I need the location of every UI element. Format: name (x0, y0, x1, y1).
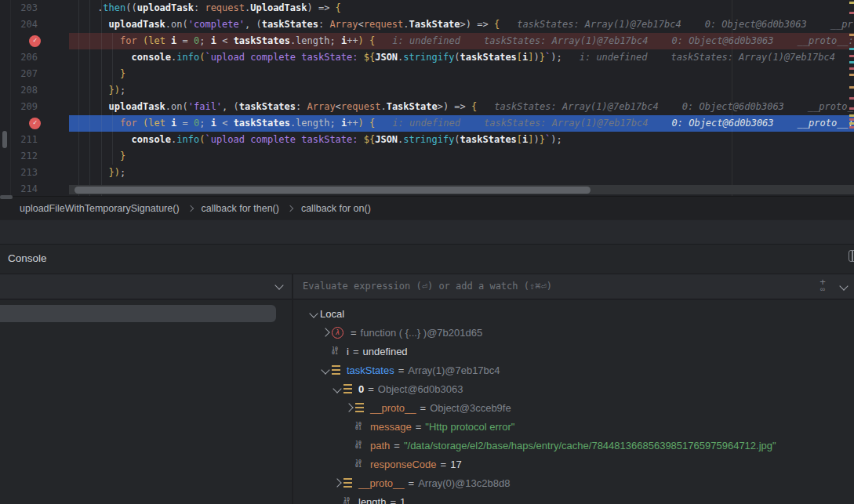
editor-line[interactable]: 212 } (0, 148, 854, 165)
frame-list-selected-row[interactable] (0, 305, 276, 322)
breadcrumb-separator-icon (187, 205, 193, 211)
variable-row[interactable]: taskStates=Array(1)@7eb17bc4 (293, 361, 854, 379)
line-number[interactable]: 209 (0, 99, 38, 115)
object-variable-icon (343, 478, 352, 488)
variable-value: 17 (450, 459, 461, 470)
variable-row[interactable]: λ=function ( {...} )@7b201d65 (293, 323, 854, 342)
chevron-down-icon[interactable] (321, 365, 329, 374)
editor-line[interactable]: 204 uploadTask.on('complete', (taskState… (0, 16, 854, 33)
variable-row[interactable]: 1001i=undefined (293, 342, 854, 361)
breadcrumb-item[interactable]: callback for on() (301, 203, 371, 214)
debugger-inline-hint: __proto__: (798, 35, 854, 46)
editor-code-line[interactable]: }); (69, 82, 854, 99)
error-stripe-mark[interactable] (849, 48, 854, 50)
editor-code-line[interactable]: for (let i = 0; i < taskStates.length; i… (69, 33, 854, 49)
line-number[interactable]: 212 (0, 148, 38, 165)
editor-code-line[interactable]: }); (69, 165, 854, 181)
variable-row[interactable]: 1001message="Http protocol error" (293, 417, 854, 436)
line-number[interactable]: 204 (0, 16, 38, 33)
chevron-right-icon[interactable] (333, 478, 341, 487)
editor-code-line[interactable]: } (69, 148, 854, 165)
editor-line[interactable]: 209 uploadTask.on('fail', (taskStates: A… (0, 99, 854, 115)
line-number[interactable]: 214 (0, 181, 38, 196)
editor-line[interactable]: 206 console.info(`upload complete taskSt… (0, 49, 854, 66)
evaluate-expression-input[interactable]: Evaluate expression (⏎) or add a watch (… (293, 274, 854, 299)
error-stripe-mark[interactable] (849, 97, 854, 100)
debug-toolbar (0, 220, 854, 245)
editor-code-line[interactable]: .then((uploadTask: request.UploadTask) =… (69, 0, 854, 16)
breadcrumb-separator-icon (287, 205, 293, 211)
evaluate-placeholder: Evaluate expression (⏎) or add a watch (… (303, 281, 552, 292)
editor-code-line[interactable]: uploadTask.on('fail', (taskStates: Array… (69, 99, 854, 115)
variable-value: "/data/storage/el2/base/haps/entry/cache… (404, 440, 776, 451)
chevron-down-icon[interactable] (839, 281, 848, 290)
editor-code-line[interactable]: console.info(`upload complete taskState:… (69, 49, 854, 66)
primitive-variable-icon: 1001 (355, 460, 362, 469)
variable-row[interactable]: 1001path="/data/storage/el2/base/haps/en… (293, 436, 854, 455)
variable-row[interactable]: Local (293, 304, 854, 323)
tab-console[interactable]: Console (8, 252, 47, 264)
variable-name: path (370, 440, 390, 451)
error-stripe-mark[interactable] (849, 67, 854, 70)
error-stripe-mark[interactable] (849, 114, 854, 117)
error-stripe-mark[interactable] (849, 55, 854, 57)
editor-code-line[interactable]: console.info(`upload complete taskState:… (69, 132, 854, 148)
error-stripe-mark[interactable] (849, 118, 854, 121)
editor-lines: 203 .then((uploadTask: request.UploadTas… (0, 0, 854, 196)
chevron-down-icon[interactable] (274, 281, 283, 289)
variable-name: message (370, 421, 412, 433)
breakpoint-icon[interactable]: ✓ (29, 118, 41, 129)
variable-row[interactable]: 1001length=1 (293, 492, 854, 504)
error-stripe-mark[interactable] (849, 126, 854, 129)
frames-dropdown[interactable] (0, 274, 292, 299)
chevron-right-icon[interactable] (344, 403, 353, 412)
editor-line[interactable]: ✓ for (let i = 0; i < taskStates.length;… (0, 33, 854, 49)
code-editor[interactable]: 203 .then((uploadTask: request.UploadTas… (0, 0, 854, 196)
horizontal-scrollbar-thumb[interactable] (74, 187, 591, 194)
variable-row[interactable]: 1001responseCode=17 (293, 455, 854, 473)
breakpoint-check-icon: ✓ (33, 114, 37, 131)
variable-name: __proto__ (370, 402, 416, 414)
function-variable-icon: λ (332, 327, 343, 339)
chevron-down-icon[interactable] (309, 309, 318, 317)
editor-code-line[interactable]: for (let i = 0; i < taskStates.length; i… (69, 115, 854, 132)
editor-code-line[interactable]: } (69, 66, 854, 82)
line-number[interactable]: 203 (0, 0, 38, 16)
editor-line[interactable]: 207 } (0, 66, 854, 82)
chevron-down-icon[interactable] (333, 384, 341, 393)
variable-value: Object@3cceb9fe (430, 402, 511, 414)
variable-value: Array(0)@13c2b8d8 (418, 477, 510, 489)
breadcrumb-item[interactable]: uploadFileWithTemporarySignature() (20, 203, 180, 214)
editor-line[interactable]: 211 console.info(`upload complete taskSt… (0, 132, 854, 148)
line-number[interactable]: 206 (0, 49, 38, 66)
error-stripe-mark[interactable] (849, 12, 854, 14)
line-number[interactable]: 207 (0, 66, 38, 82)
variable-row[interactable]: 0=Object@6d0b3063 (293, 379, 854, 398)
error-stripe-mark[interactable] (849, 2, 854, 4)
editor-line[interactable]: ✓ for (let i = 0; i < taskStates.length;… (0, 115, 854, 132)
editor-line[interactable]: 203 .then((uploadTask: request.UploadTas… (0, 0, 854, 16)
left-scrollbar-thumb[interactable] (2, 131, 7, 148)
chevron-right-icon[interactable] (321, 328, 329, 336)
debugger-inline-hint: i: undefined (392, 35, 460, 46)
line-number[interactable]: 213 (0, 165, 38, 181)
variable-row[interactable]: __proto__=Array(0)@13c2b8d8 (293, 473, 854, 492)
breadcrumb-item[interactable]: callback for then() (202, 203, 279, 214)
error-stripe-mark[interactable] (849, 34, 854, 36)
error-stripe-mark[interactable] (849, 74, 854, 76)
error-stripe-mark[interactable] (849, 107, 854, 110)
line-number[interactable]: 208 (0, 82, 38, 99)
debugger-inline-hint: taskStates: Array(1)@7eb17bc4 (494, 101, 659, 112)
editor-code-line[interactable]: uploadTask.on('complete', (taskStates: A… (69, 16, 854, 33)
editor-line[interactable]: 213 }); (0, 165, 854, 181)
window-layout-icon[interactable] (849, 250, 854, 262)
debugger-inline-hint: __proto_ (808, 101, 853, 112)
add-watch-icon[interactable]: + ∞ (817, 277, 828, 292)
debugger-inline-hint: 0: Object@6d0b3063 (682, 101, 784, 112)
error-stripe-mark[interactable] (849, 122, 854, 125)
variable-row[interactable]: __proto__=Object@3cceb9fe (293, 398, 854, 417)
error-stripe-mark[interactable] (849, 86, 854, 89)
error-stripe-mark[interactable] (849, 61, 854, 63)
editor-line[interactable]: 208 }); (0, 82, 854, 99)
breakpoint-icon[interactable]: ✓ (29, 35, 41, 47)
